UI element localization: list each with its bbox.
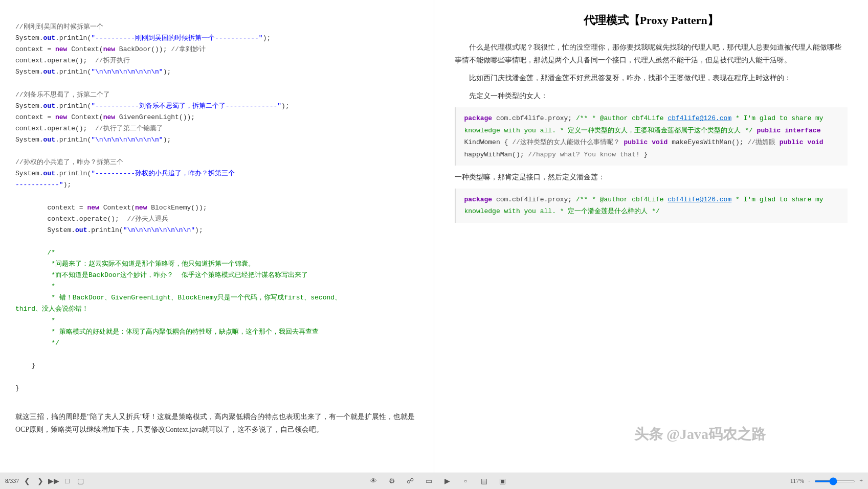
comment-line: //孙权的小兵追了，咋办？拆第三个	[15, 158, 123, 166]
code-line: *	[15, 317, 55, 324]
intro-paragraph-2: 比如西门庆找潘金莲，那潘金莲不好意思答复呀，咋办，找那个王婆做代理，表现在程序上…	[455, 72, 848, 84]
fullscreen-icon[interactable]: ▣	[497, 476, 507, 486]
mid-paragraph: 一种类型嘛，那肯定是接口，然后定义潘金莲：	[455, 171, 848, 183]
code-line: System.out.println("\n\n\n\n\n\n\n\n");	[15, 226, 203, 234]
watermark: 头条 @Java码农之路	[634, 422, 766, 447]
two-page-icon[interactable]: ▭	[424, 476, 434, 486]
code-line: context = new Context(new BackDoor()); /…	[15, 45, 206, 53]
code-line: /*	[15, 249, 55, 257]
next-page-icon[interactable]: ❯	[35, 476, 46, 486]
code-line: *	[15, 283, 55, 290]
bottom-bar-center: 👁 ⚙ ☍ ▭ ▶ ▫ ▤ ▣	[91, 476, 785, 486]
prev-page-icon[interactable]: ❮	[22, 476, 32, 486]
comment-line: //刚刚到吴国的时候拆第一个	[15, 23, 103, 31]
single-page-icon[interactable]: ▫	[460, 476, 471, 486]
code-line: System.out.println("----------刚刚到吴国的时候拆第…	[15, 34, 271, 42]
left-panel: //刚刚到吴国的时候拆第一个 System.out.println("-----…	[0, 0, 434, 473]
page-title: 代理模式【Proxy Pattern】	[455, 10, 848, 31]
left-description: 就这三招，搞的周郎是"陪了夫人又折兵"呀！这就是策略模式，高内聚低耦合的特点也表…	[15, 410, 418, 436]
code-line: context.operate(); //执行了第二个锦囊了	[15, 125, 163, 132]
code-line: context = new Context(new BlockEnemy());	[15, 204, 207, 212]
code-line: }	[15, 362, 35, 369]
bottom-bar-left: 8/337 ❮ ❯ ▶▶ □ ▢	[5, 476, 85, 486]
code-line: context.operate(); //孙夫人退兵	[15, 215, 168, 223]
code-line: * 错！BackDoor、GivenGreenLight、BlockEnemy只…	[15, 294, 341, 313]
eye-icon[interactable]: 👁	[368, 476, 379, 486]
code-line: *问题来了：赵云实际不知道是那个策略呀，他只知道拆第一个锦囊。	[15, 260, 255, 268]
bottom-bar-right: 117% - +	[790, 477, 863, 485]
play-icon[interactable]: ▶	[442, 476, 452, 486]
code-block-2: package com.cbf4life.proxy; /** * @autho…	[455, 189, 848, 223]
last-page-icon[interactable]: ▶▶	[49, 476, 59, 486]
zoom-level: 117%	[790, 477, 805, 485]
main-content: //刚刚到吴国的时候拆第一个 System.out.println("-----…	[0, 0, 868, 473]
remove-bookmark-icon[interactable]: ▢	[75, 476, 85, 486]
code-line: *而不知道是BackDoor这个妙计，咋办？ 似乎这个策略模式已经把计谋名称写出…	[15, 271, 308, 279]
left-code-block: //刚刚到吴国的时候拆第一个 System.out.println("-----…	[15, 10, 418, 405]
bottom-bar: 8/337 ❮ ❯ ▶▶ □ ▢ 👁 ⚙ ☍ ▭ ▶ ▫ ▤ ▣ 117% - …	[0, 473, 868, 489]
settings-icon[interactable]: ⚙	[387, 476, 397, 486]
code-line: System.out.println("\n\n\n\n\n\n\n\n");	[15, 68, 171, 76]
code-line: System.out.println("----------孙权的小兵追了，咋办…	[15, 170, 235, 189]
code-line: }	[15, 384, 19, 392]
zoom-slider[interactable]	[814, 480, 855, 482]
code-line: System.out.println("\n\n\n\n\n\n\n\n");	[15, 136, 171, 144]
intro-paragraph-1: 什么是代理模式呢？我很忙，忙的没空理你，那你要找我呢就先找我的代理人吧，那代理人…	[455, 41, 848, 66]
intro-paragraph-3: 先定义一种类型的女人：	[455, 89, 848, 102]
code-line: System.out.println("-----------刘备乐不思蜀了，拆…	[15, 102, 290, 110]
code-line: context.operate(); //拆开执行	[15, 57, 130, 64]
continuous-icon[interactable]: ▤	[479, 476, 489, 486]
comment-line: //刘备乐不思蜀了，拆第二个了	[15, 91, 110, 99]
right-panel: 代理模式【Proxy Pattern】 什么是代理模式呢？我很忙，忙的没空理你，…	[434, 0, 869, 473]
add-bookmark-icon[interactable]: □	[62, 476, 72, 486]
code-line: */	[15, 339, 59, 347]
code-block-1: package com.cbf4life.proxy; /** * @autho…	[455, 107, 848, 166]
zoom-separator: -	[808, 477, 810, 485]
code-line: * 策略模式的好处就是：体现了高内聚低耦合的特性呀，缺点嘛，这个那个，我回去再查…	[15, 328, 319, 336]
zoom-plus[interactable]: +	[859, 477, 863, 485]
code-line: context = new Context(new GivenGreenLigh…	[15, 113, 195, 121]
page-layout-icon[interactable]: ☍	[405, 476, 415, 486]
page-number: 8/337	[5, 477, 19, 485]
